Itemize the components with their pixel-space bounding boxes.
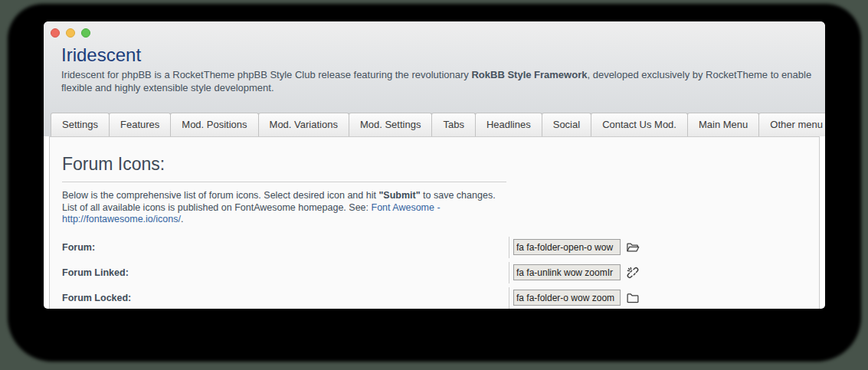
field-label: Forum Linked: [62, 267, 509, 278]
intro-text-1: Below is the comprehensive list of forum… [62, 190, 378, 201]
window-header-area: Iridescent Iridescent for phpBB is a Roc… [44, 21, 825, 136]
forum-linked-icon-class-input[interactable] [513, 264, 621, 280]
app-window: Iridescent Iridescent for phpBB is a Roc… [44, 21, 825, 309]
heading-divider [62, 182, 506, 182]
description-lead: Iridescent for phpBB is a RocketTheme ph… [61, 69, 471, 80]
unlink-icon [626, 266, 640, 280]
tab-mod-variations[interactable]: Mod. Variations [258, 113, 349, 136]
intro-text-3: . [181, 214, 183, 224]
theme-header: Iridescent Iridescent for phpBB is a Roc… [44, 44, 825, 94]
close-button[interactable] [51, 28, 60, 38]
tab-main-menu[interactable]: Main Menu [687, 113, 759, 136]
form-row-forum-locked: Forum Locked: [62, 287, 807, 309]
forum-icon-class-input[interactable] [513, 239, 621, 255]
field-value-cell [509, 262, 640, 283]
tab-tabs[interactable]: Tabs [431, 113, 475, 136]
tab-settings[interactable]: Settings [51, 113, 110, 136]
intro-submit-emphasis: "Submit" [378, 190, 420, 201]
description-framework-name: RokBB Style Framework [471, 69, 587, 80]
tab-headlines[interactable]: Headlines [475, 113, 542, 136]
tab-features[interactable]: Features [109, 113, 171, 136]
tab-contact-us-mod[interactable]: Contact Us Mod. [591, 113, 688, 136]
tab-bar: Settings Features Mod. Positions Mod. Va… [51, 107, 825, 136]
tab-social[interactable]: Social [542, 113, 591, 136]
tab-mod-positions[interactable]: Mod. Positions [170, 113, 258, 136]
section-heading: Forum Icons: [62, 154, 807, 175]
field-value-cell [509, 237, 640, 258]
tab-mod-settings[interactable]: Mod. Settings [349, 113, 433, 136]
field-label: Forum: [62, 242, 509, 253]
minimize-button[interactable] [66, 28, 75, 38]
zoom-button[interactable] [81, 28, 90, 38]
folder-open-icon [626, 241, 640, 254]
field-label: Forum Locked: [62, 293, 509, 303]
page-title: Iridescent [61, 44, 825, 66]
folder-icon [626, 291, 640, 305]
tab-panel: Forum Icons: Below is the comprehensive … [49, 136, 820, 309]
form-row-forum-linked: Forum Linked: [62, 262, 807, 283]
forum-icon-rows: Forum: Forum Linked: [62, 237, 807, 309]
forum-locked-icon-class-input[interactable] [513, 290, 621, 306]
tab-other-menu[interactable]: Other menu [758, 113, 825, 136]
titlebar[interactable] [44, 21, 825, 44]
field-value-cell [509, 287, 640, 309]
intro-text: Below is the comprehensive list of forum… [62, 190, 500, 226]
page-description: Iridescent for phpBB is a RocketTheme ph… [61, 68, 814, 94]
form-row-forum: Forum: [62, 237, 807, 258]
